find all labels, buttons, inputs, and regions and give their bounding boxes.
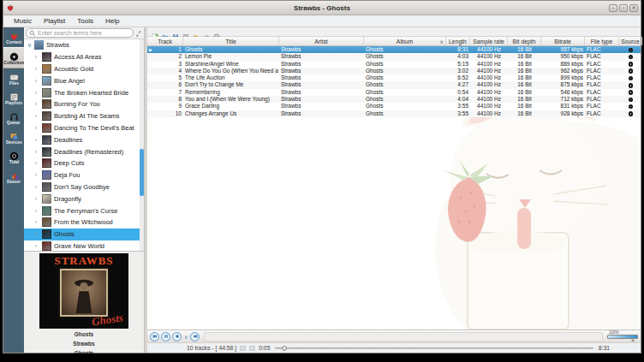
album-art-thumbnail xyxy=(42,52,51,62)
drive-icon xyxy=(9,70,19,80)
expand-arrow-icon[interactable]: › xyxy=(35,184,39,190)
playlist-row[interactable]: 8 You and I (When We Were Young) Strawbs… xyxy=(147,96,641,103)
tree-scrollbar[interactable] xyxy=(140,39,144,251)
expand-arrow-icon[interactable]: › xyxy=(35,149,39,155)
sidebar-tab-playlists[interactable]: Playlists xyxy=(3,88,24,108)
expand-arrow-icon[interactable]: › xyxy=(35,78,39,84)
minimize-button[interactable]: – xyxy=(609,4,617,12)
expand-arrow-icon[interactable]: › xyxy=(35,231,39,237)
column-header-file-type[interactable]: File type xyxy=(585,37,619,45)
playlist-row[interactable]: 4 Where Do You Go (When You Need a Hole … xyxy=(147,68,641,74)
tree-album-item[interactable]: › Access All Areas xyxy=(24,51,144,63)
playlist-row[interactable]: 9 Grace Darling Strawbs Ghosts 3:55 4410… xyxy=(147,103,641,110)
column-header-track[interactable]: Track xyxy=(147,37,183,45)
expand-arrow-icon[interactable]: › xyxy=(35,137,39,143)
expand-arrow-icon[interactable]: › xyxy=(35,196,39,202)
tree-album-item[interactable]: › Burning For You xyxy=(24,98,144,110)
playlist-icon xyxy=(9,90,19,99)
seek-track[interactable] xyxy=(275,347,593,349)
menu-playlist[interactable]: Playlist xyxy=(38,16,71,26)
playlist-row[interactable]: 7 Remembering Strawbs Ghosts 0:54 44100 … xyxy=(147,89,641,96)
pause-button[interactable] xyxy=(161,332,170,341)
expand-arrow-icon[interactable]: › xyxy=(35,172,39,178)
volume-handle-icon[interactable] xyxy=(631,339,635,341)
tree-album-item[interactable]: › Blue Angel xyxy=(24,74,144,86)
tree-album-item[interactable]: › Deep Cuts xyxy=(24,157,144,169)
playlist-row[interactable]: 3 Starshine/Angel Wine Strawbs Ghosts 5:… xyxy=(147,61,641,68)
tree-album-item[interactable]: › Deadlines xyxy=(24,134,144,145)
expand-arrow-icon[interactable]: › xyxy=(35,219,39,225)
next-track-button[interactable] xyxy=(190,332,200,341)
tree-album-item[interactable]: › Grave New World xyxy=(24,240,144,251)
expand-arrow-icon[interactable]: › xyxy=(35,54,39,60)
clear-playlist-icon[interactable] xyxy=(213,28,220,35)
sidebar-tab-context[interactable]: Context xyxy=(3,27,24,47)
tree-album-item[interactable]: › Deadlines (Remastered) xyxy=(24,145,144,157)
shuffle-icon[interactable] xyxy=(249,346,255,351)
column-header-sample-rate[interactable]: Sample rate xyxy=(470,37,508,45)
expand-arrow-icon[interactable]: › xyxy=(35,243,39,249)
tree-album-item[interactable]: › Ghosts xyxy=(24,228,144,240)
save-playlist-icon[interactable] xyxy=(172,28,179,35)
sidebar-tab-collection[interactable]: Collection xyxy=(3,47,24,68)
playlist-row[interactable]: 6 Don't Try to Change Me Strawbs Ghosts … xyxy=(147,81,641,88)
column-header-bit-depth[interactable]: Bit depth xyxy=(508,37,541,45)
source-cd-icon xyxy=(629,104,634,110)
tree-album-item[interactable]: › From the Witchwood xyxy=(24,217,144,228)
menu-help[interactable]: Help xyxy=(99,16,125,26)
tree-album-item[interactable]: › Bursting At The Seams xyxy=(24,110,144,122)
expand-arrow-icon[interactable]: › xyxy=(35,160,39,166)
playlist-row[interactable]: 5 The Life Auction Strawbs Ghosts 6:52 4… xyxy=(147,74,641,81)
source-cd-icon xyxy=(629,90,634,95)
expand-arrow-icon[interactable]: › xyxy=(35,208,39,214)
playlist-row[interactable]: ▶1 Ghosts Strawbs Ghosts 8:31 44100 Hz 1… xyxy=(147,46,641,53)
tree-scrollbar-thumb[interactable] xyxy=(140,149,144,195)
expand-arrow-icon[interactable]: › xyxy=(35,66,39,72)
tree-album-item[interactable]: › The Ferryman's Curse xyxy=(24,205,144,217)
menu-music[interactable]: Music xyxy=(8,16,38,26)
tree-album-item[interactable]: › Don't Say Goodbye xyxy=(24,181,144,193)
playlist-row[interactable]: 2 Lemon Pie Strawbs Ghosts 4:03 44100 Hz… xyxy=(147,53,641,60)
playlist-settings-icon[interactable] xyxy=(182,28,189,35)
undo-icon[interactable] xyxy=(193,28,200,35)
repeat-icon[interactable] xyxy=(240,346,246,351)
stop-options-caret-icon[interactable]: ∨ xyxy=(184,334,188,340)
titlebar[interactable]: Strawbs - Ghosts –▫✕ xyxy=(3,1,641,15)
seek-slider[interactable] xyxy=(275,347,593,349)
open-playlist-icon[interactable] xyxy=(162,28,169,35)
sidebar-tab-devices[interactable]: Devices xyxy=(3,128,24,147)
expand-arrow-icon[interactable]: › xyxy=(35,101,39,107)
tree-album-item[interactable]: › Dragonfly xyxy=(24,193,144,205)
playlist-row[interactable]: 10 Changes Arrange Us Strawbs Ghosts 3:5… xyxy=(147,110,641,117)
column-header-album[interactable]: Album∨ xyxy=(364,37,446,45)
seek-handle[interactable] xyxy=(282,346,287,351)
sidebar-tab-tidal[interactable]: Tidal xyxy=(3,147,24,167)
sidebar-tab-deezer[interactable]: Deezer xyxy=(3,167,24,187)
new-playlist-icon[interactable] xyxy=(152,28,158,35)
column-header-source[interactable]: Source xyxy=(619,37,642,45)
volume-slider[interactable]: 100% xyxy=(607,331,638,341)
tree-album-item[interactable]: › Dancing To The Devil's Beat xyxy=(24,122,144,134)
sidebar-tab-files[interactable]: Files xyxy=(3,68,24,88)
tree-album-item[interactable]: › Acoustic Gold xyxy=(24,63,144,75)
tree-root-strawbs[interactable]: ∨ Strawbs xyxy=(24,39,144,51)
menu-tools[interactable]: Tools xyxy=(71,16,99,26)
collapse-arrow-icon[interactable]: ∨ xyxy=(27,42,32,49)
maximize-button[interactable]: ▫ xyxy=(619,4,628,12)
expand-arrow-icon[interactable]: › xyxy=(35,90,39,96)
column-header-artist[interactable]: Artist xyxy=(279,37,364,45)
column-header-bitrate[interactable]: Bitrate xyxy=(541,37,585,45)
sidebar-tab-queue[interactable]: Queue xyxy=(3,108,24,128)
search-input[interactable]: Enter search terms here xyxy=(26,28,134,38)
collection-settings-wrench-icon[interactable] xyxy=(135,30,142,37)
previous-track-button[interactable] xyxy=(150,332,159,341)
column-header-length[interactable]: Length xyxy=(446,37,470,45)
tree-album-item[interactable]: › The Broken Hearted Bride xyxy=(24,86,144,98)
column-header-title[interactable]: Title xyxy=(183,37,279,45)
stop-button[interactable] xyxy=(172,332,182,341)
expand-arrow-icon[interactable]: › xyxy=(35,125,39,131)
close-button[interactable]: ✕ xyxy=(629,4,638,12)
redo-icon[interactable] xyxy=(203,28,210,35)
tree-album-item[interactable]: › Deja Fou xyxy=(24,169,144,181)
expand-arrow-icon[interactable]: › xyxy=(35,113,39,119)
